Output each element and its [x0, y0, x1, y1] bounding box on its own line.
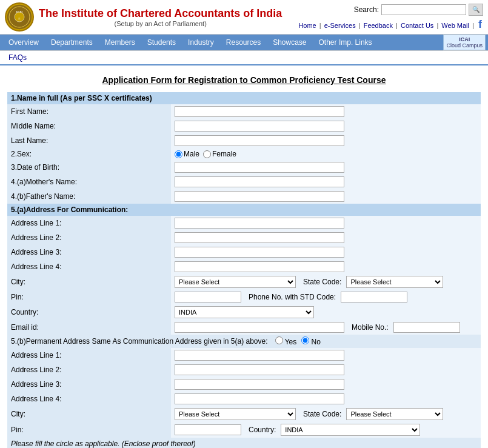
- sub-nav: FAQs: [0, 50, 488, 65]
- first-name-row: First Name:: [7, 104, 481, 119]
- fathers-name-input[interactable]: [175, 191, 344, 202]
- sex-male-label[interactable]: Male: [175, 150, 199, 158]
- addr4-input[interactable]: [175, 261, 344, 272]
- perm-country-label: Country:: [249, 426, 276, 434]
- sex-row: 2.Sex: Male Female: [7, 148, 481, 160]
- addr3-row: Address Line 3:: [7, 245, 481, 259]
- perm-yes-label[interactable]: Yes: [275, 336, 297, 346]
- sex-male-radio[interactable]: [175, 150, 182, 158]
- link-feedback[interactable]: Feedback: [364, 22, 393, 29]
- country-row: Country: INDIA: [7, 304, 481, 320]
- perm-state-label: State Code:: [303, 410, 341, 418]
- mothers-name-input[interactable]: [175, 176, 344, 187]
- perm-yes-text: Yes: [285, 338, 297, 346]
- link-home[interactable]: Home: [298, 22, 316, 29]
- fathers-name-label: 4.(b)Father's Name:: [7, 189, 171, 204]
- svg-text:⚖: ⚖: [18, 17, 21, 20]
- addr2-input[interactable]: [175, 232, 344, 243]
- addr1-label: Address Line 1:: [7, 216, 171, 230]
- sex-female-radio[interactable]: [203, 150, 211, 158]
- sex-female-label[interactable]: Female: [203, 150, 236, 158]
- perm-pin-country-group: Country: INDIA: [175, 424, 477, 436]
- perm-country-select[interactable]: INDIA: [281, 424, 420, 436]
- country-select[interactable]: INDIA: [175, 306, 314, 318]
- addr-comm-header-row: 5.(a)Address For Communication:: [7, 204, 481, 216]
- facebook-icon: f: [478, 18, 482, 30]
- perm-city-label: City:: [7, 406, 171, 422]
- addr4-row: Address Line 4:: [7, 259, 481, 274]
- email-input[interactable]: [175, 322, 344, 333]
- pin-phone-group: Phone No. with STD Code:: [175, 292, 477, 303]
- perm-no-radio[interactable]: [301, 336, 309, 344]
- fathers-name-row: 4.(b)Father's Name:: [7, 189, 481, 204]
- sex-male-text: Male: [184, 150, 199, 158]
- link-webmail[interactable]: Web Mail: [441, 22, 469, 29]
- perm-state-select[interactable]: Please Select: [346, 408, 443, 420]
- perm-addr4-row: Address Line 4:: [7, 392, 481, 406]
- perm-yes-radio[interactable]: [275, 336, 283, 344]
- nav-industry[interactable]: Industry: [182, 35, 220, 50]
- note-row: Please fill the circle as applicable. (E…: [7, 438, 481, 448]
- nav-showcase[interactable]: Showcase: [267, 35, 312, 50]
- link-eservices[interactable]: e-Services: [324, 22, 356, 29]
- addr3-input[interactable]: [175, 247, 344, 258]
- perm-addr-label: 5.(b)Permanent Address Same As Communica…: [11, 337, 268, 346]
- city-select[interactable]: Please Select: [175, 276, 296, 288]
- search-button[interactable]: 🔍: [469, 4, 483, 16]
- search-input[interactable]: [381, 4, 466, 15]
- pin-phone-row: Pin: Phone No. with STD Code:: [7, 290, 481, 304]
- nav-resources[interactable]: Resources: [220, 35, 267, 50]
- nav-other[interactable]: Other Imp. Links: [313, 35, 378, 50]
- pin-label: Pin:: [7, 290, 171, 304]
- city-state-row: City: Please Select State Code: Please S…: [7, 274, 481, 290]
- nav-overview[interactable]: Overview: [2, 35, 45, 50]
- addr-comm-label: 5.(a)Address For Communication:: [7, 204, 481, 216]
- middle-name-input[interactable]: [175, 121, 344, 132]
- mobile-label: Mobile No.:: [352, 323, 389, 332]
- pin-input[interactable]: [175, 292, 241, 303]
- perm-addr1-input[interactable]: [175, 350, 344, 361]
- dob-label: 3.Date of Birth:: [7, 160, 171, 175]
- link-contact[interactable]: Contact Us: [401, 22, 433, 29]
- dob-row: 3.Date of Birth:: [7, 160, 481, 175]
- perm-addr4-input[interactable]: [175, 393, 344, 404]
- dob-input[interactable]: [175, 162, 344, 173]
- nav-students[interactable]: Students: [141, 35, 182, 50]
- city-state-group: Please Select State Code: Please Select: [175, 276, 477, 288]
- org-title: The Institute of Chartered Accountants o…: [39, 7, 282, 27]
- form-container: Application Form for Registration to Com…: [0, 65, 488, 448]
- logo-area: ICAI ⚖ The Institute of Chartered Accoun…: [5, 2, 282, 32]
- note-text: Please fill the circle as applicable. (E…: [7, 438, 481, 448]
- nav-departments[interactable]: Departments: [45, 35, 99, 50]
- perm-pin-input[interactable]: [175, 424, 241, 435]
- addr3-label: Address Line 3:: [7, 245, 171, 259]
- state-select[interactable]: Please Select: [346, 276, 443, 288]
- first-name-input[interactable]: [175, 106, 344, 117]
- name-section-header: 1.Name in full (As per SSC X certificate…: [7, 92, 481, 104]
- sex-label: 2.Sex:: [7, 148, 171, 160]
- phone-input[interactable]: [341, 292, 407, 303]
- perm-addr3-row: Address Line 3:: [7, 377, 481, 392]
- state-label: State Code:: [303, 278, 341, 286]
- last-name-input[interactable]: [175, 135, 344, 146]
- country-label: Country:: [7, 304, 171, 320]
- addr4-label: Address Line 4:: [7, 259, 171, 274]
- email-mobile-group: Mobile No.:: [175, 322, 477, 333]
- perm-no-label[interactable]: No: [301, 336, 321, 346]
- name-header-row: 1.Name in full (As per SSC X certificate…: [7, 92, 481, 104]
- mobile-input[interactable]: [393, 322, 460, 333]
- perm-city-select[interactable]: Please Select: [175, 408, 296, 420]
- sex-radio-group: Male Female: [175, 150, 477, 158]
- perm-city-state-row: City: Please Select State Code: Please S…: [7, 406, 481, 422]
- addr1-row: Address Line 1:: [7, 216, 481, 230]
- addr1-input[interactable]: [175, 218, 344, 229]
- nav-faqs[interactable]: FAQs: [5, 52, 30, 63]
- perm-addr3-input[interactable]: [175, 379, 344, 390]
- middle-name-label: Middle Name:: [7, 119, 171, 133]
- nav-members[interactable]: Members: [99, 35, 141, 50]
- sex-female-text: Female: [212, 150, 236, 158]
- search-label: Search:: [354, 5, 379, 14]
- perm-addr2-input[interactable]: [175, 364, 344, 375]
- mothers-name-row: 4.(a)Mother's Name:: [7, 175, 481, 189]
- application-form: 1.Name in full (As per SSC X certificate…: [7, 92, 481, 448]
